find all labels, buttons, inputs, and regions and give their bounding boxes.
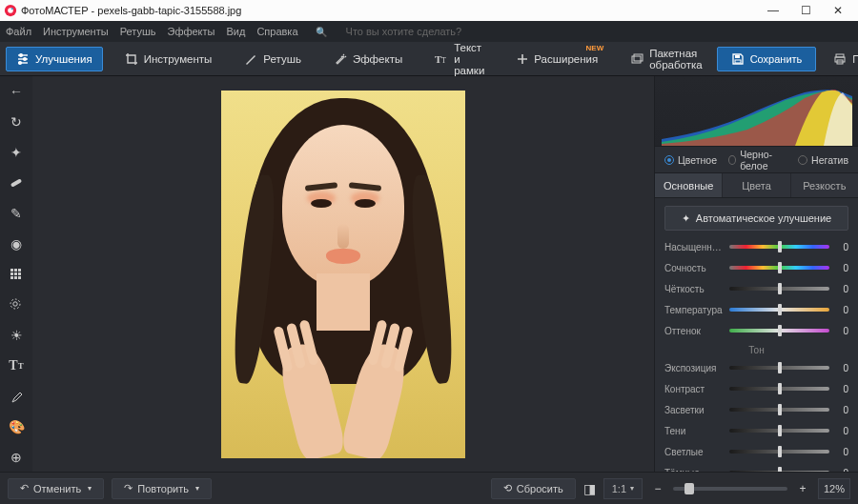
save-button[interactable]: Сохранить	[717, 47, 817, 71]
command-search-input[interactable]: Что вы хотите сделать?	[346, 26, 462, 37]
slider-label: Сочность	[664, 263, 725, 273]
printer-icon	[833, 52, 847, 66]
rotate-icon[interactable]: ↻	[7, 112, 26, 131]
slider-track[interactable]	[729, 408, 829, 412]
svg-rect-13	[735, 55, 740, 58]
slider-thumb[interactable]	[778, 241, 782, 252]
photo-preview	[221, 91, 465, 458]
slider-Оттенок[interactable]: Оттенок 0	[664, 320, 848, 341]
undo-button[interactable]: ↶Отменить▾	[8, 478, 104, 499]
slider-track[interactable]	[729, 329, 829, 333]
slider-track[interactable]	[729, 245, 829, 249]
slider-thumb[interactable]	[778, 304, 782, 315]
tab-enhancements[interactable]: Улучшения	[6, 47, 103, 71]
mode-bw[interactable]: Черно-белое	[728, 149, 786, 171]
slider-Температура[interactable]: Температура 0	[664, 299, 848, 320]
tab-sharp[interactable]: Резкость	[791, 173, 858, 197]
menu-help[interactable]: Справка	[256, 26, 297, 37]
reset-button[interactable]: ⟲Сбросить	[491, 478, 576, 499]
slider-Тени[interactable]: Тени 0	[664, 420, 848, 441]
tab-effects[interactable]: Эффекты	[323, 47, 413, 71]
tab-tools[interactable]: Инструменты	[114, 47, 223, 71]
slider-Насыщенность[interactable]: Насыщенность 0	[664, 236, 848, 257]
zoom-percent[interactable]: 12%	[818, 478, 850, 499]
text-tool-icon[interactable]: TT	[7, 356, 26, 375]
slider-thumb[interactable]	[778, 262, 782, 273]
redo-button[interactable]: ↷Повторить▾	[112, 478, 212, 499]
slider-thumb[interactable]	[778, 362, 782, 373]
slider-track[interactable]	[729, 471, 829, 472]
slider-track[interactable]	[729, 287, 829, 291]
app-logo-icon	[4, 4, 17, 17]
slider-Тёмные[interactable]: Тёмные 0	[664, 462, 848, 472]
auto-enhance-button[interactable]: ✦ Автоматическое улучшение	[664, 206, 848, 231]
slider-value: 0	[833, 447, 848, 457]
zoom-ratio[interactable]: 1:1▾	[603, 478, 643, 499]
bandage-icon[interactable]	[7, 173, 26, 192]
zoom-in-button[interactable]: +	[795, 482, 810, 495]
mode-color[interactable]: Цветное	[664, 154, 717, 166]
slider-thumb[interactable]	[778, 325, 782, 336]
target-icon[interactable]: ⊕	[7, 448, 26, 467]
slider-track[interactable]	[729, 366, 829, 370]
slider-track[interactable]	[729, 450, 829, 454]
slider-thumb[interactable]	[778, 467, 782, 472]
slider-thumb[interactable]	[778, 425, 782, 436]
window-minimize-button[interactable]: —	[757, 4, 789, 17]
radial-icon[interactable]: ◉	[7, 234, 26, 253]
tab-basic[interactable]: Основные	[655, 173, 723, 197]
wand-icon: ✦	[682, 212, 690, 225]
slider-Засветки[interactable]: Засветки 0	[664, 399, 848, 420]
slider-Экспозиция[interactable]: Экспозиция 0	[664, 357, 848, 378]
menu-file[interactable]: Файл	[6, 26, 31, 37]
adjust-tabs: Основные Цвета Резкость	[655, 173, 858, 198]
print-button[interactable]: Печать	[824, 47, 858, 71]
eye-zoom-icon[interactable]	[7, 295, 26, 314]
canvas[interactable]	[32, 76, 654, 472]
palette-icon[interactable]: 🎨	[7, 417, 26, 436]
menu-effects[interactable]: Эффекты	[167, 26, 214, 37]
search-icon: 🔍	[316, 27, 327, 37]
tab-colors[interactable]: Цвета	[723, 173, 790, 197]
zoom-out-button[interactable]: −	[650, 482, 665, 495]
tab-extensions[interactable]: Расширения NEW	[506, 47, 608, 71]
slider-thumb[interactable]	[778, 383, 782, 394]
slider-Чёткость[interactable]: Чёткость 0	[664, 278, 848, 299]
slider-Сочность[interactable]: Сочность 0	[664, 257, 848, 278]
menu-tools[interactable]: Инструменты	[43, 26, 109, 37]
sun-icon[interactable]: ☀	[7, 326, 26, 345]
back-arrow-icon[interactable]: ←	[7, 82, 26, 101]
window-close-button[interactable]: ✕	[822, 4, 854, 17]
slider-track[interactable]	[729, 266, 829, 270]
mosaic-icon[interactable]	[7, 265, 26, 284]
svg-rect-26	[14, 276, 17, 279]
brush-tool-icon[interactable]: ✎	[7, 204, 26, 223]
tab-retouch[interactable]: Ретушь	[234, 47, 312, 71]
slider-Контраст[interactable]: Контраст 0	[664, 378, 848, 399]
slider-thumb[interactable]	[778, 446, 782, 457]
slider-value: 0	[833, 326, 848, 336]
slider-track[interactable]	[729, 308, 829, 312]
compare-icon[interactable]: ◨	[583, 481, 596, 496]
plus-icon	[517, 53, 528, 65]
tab-batch[interactable]: Пакетная обработка	[620, 47, 712, 71]
left-toolbar: ← ↻ ✦ ✎ ◉ ☀ TT 🎨 ⊕	[0, 76, 32, 472]
svg-point-8	[19, 61, 22, 64]
dropper-icon[interactable]	[7, 387, 26, 406]
slider-track[interactable]	[729, 429, 829, 433]
mode-negative[interactable]: Негатив	[798, 154, 848, 166]
tab-label: Эффекты	[353, 53, 402, 65]
sparkle-icon[interactable]: ✦	[7, 143, 26, 162]
menu-view[interactable]: Вид	[226, 26, 245, 37]
slider-Светлые[interactable]: Светлые 0	[664, 441, 848, 462]
menu-retouch[interactable]: Ретушь	[120, 26, 156, 37]
batch-icon	[630, 52, 644, 66]
zoom-slider[interactable]	[673, 487, 787, 491]
slider-thumb[interactable]	[778, 404, 782, 415]
tab-text-frames[interactable]: TT Текст и рамки	[424, 47, 495, 71]
svg-point-7	[24, 57, 27, 60]
window-maximize-button[interactable]: ☐	[789, 4, 822, 17]
slider-thumb[interactable]	[778, 283, 782, 294]
svg-rect-12	[634, 54, 643, 61]
slider-track[interactable]	[729, 387, 829, 391]
